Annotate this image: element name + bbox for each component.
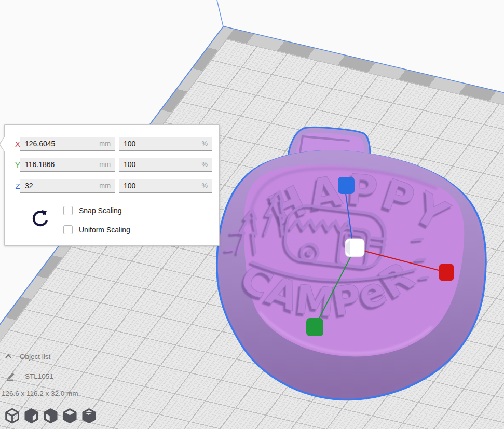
reset-scale-button[interactable] xyxy=(30,208,51,230)
view-right-button[interactable] xyxy=(81,408,97,424)
unit-label: % xyxy=(201,140,212,147)
cube-3d-icon xyxy=(6,409,19,423)
unit-label: % xyxy=(201,160,212,168)
unit-label: % xyxy=(201,182,212,189)
camper-window-slat xyxy=(372,238,386,239)
uniform-scaling-checkbox[interactable] xyxy=(63,225,73,234)
z-size-field[interactable]: 32 mm xyxy=(20,179,115,193)
view-3d-button[interactable] xyxy=(4,408,20,424)
object-name: STL1051 xyxy=(25,372,53,380)
scale-handle-x[interactable] xyxy=(439,264,454,281)
scale-row-y: Y 116.1866 mm 100 % xyxy=(5,158,219,172)
unit-label: mm xyxy=(99,160,115,168)
cube-right-icon xyxy=(83,409,96,423)
cube-left-icon xyxy=(64,409,76,423)
y-percent-field[interactable]: 100 % xyxy=(119,158,212,172)
view-left-button[interactable] xyxy=(62,408,78,424)
plate-corner-edge xyxy=(217,0,223,26)
cube-front-icon xyxy=(25,409,38,423)
scale-row-x: X 126.6045 mm 100 % xyxy=(5,137,219,151)
unit-label: mm xyxy=(99,140,115,147)
snap-scaling-option: Snap Scaling xyxy=(63,205,122,215)
view-orientation-toolbar xyxy=(4,408,97,424)
pencil-icon xyxy=(5,370,17,382)
z-percent-field[interactable]: 100 % xyxy=(119,179,212,193)
cura-3d-viewport: HAPPY CAMPeR xyxy=(0,0,504,429)
y-size-field[interactable]: 116.1866 mm xyxy=(20,158,115,172)
scale-handle-z[interactable] xyxy=(338,177,355,194)
model-stl1051[interactable]: HAPPY CAMPeR xyxy=(217,127,486,399)
scale-row-z: Z 32 mm 100 % xyxy=(5,179,219,193)
x-size-field[interactable]: 126.6045 mm xyxy=(20,137,115,151)
uniform-scaling-option: Uniform Scaling xyxy=(63,225,130,234)
object-list-title: Object list xyxy=(20,353,50,361)
object-list-item[interactable]: STL1051 xyxy=(5,370,53,382)
selected-object-dimensions: 126.6 x 116.2 x 32.0 mm xyxy=(2,390,78,397)
scale-tool-panel: X 126.6045 mm 100 % Y 116.1866 mm 100 % … xyxy=(4,124,220,246)
snap-scaling-checkbox[interactable] xyxy=(63,206,73,215)
scale-handle-y[interactable] xyxy=(306,318,323,336)
object-list-header[interactable]: Object list xyxy=(4,352,50,361)
reset-rotate-ccw-icon xyxy=(34,212,47,225)
unit-label: mm xyxy=(99,182,115,189)
view-top-button[interactable] xyxy=(43,408,59,424)
camper-window-slat xyxy=(372,244,385,245)
chevron-up-icon xyxy=(4,352,12,361)
x-percent-field[interactable]: 100 % xyxy=(119,137,212,151)
cube-top-icon xyxy=(45,409,57,423)
view-front-button[interactable] xyxy=(23,408,39,424)
